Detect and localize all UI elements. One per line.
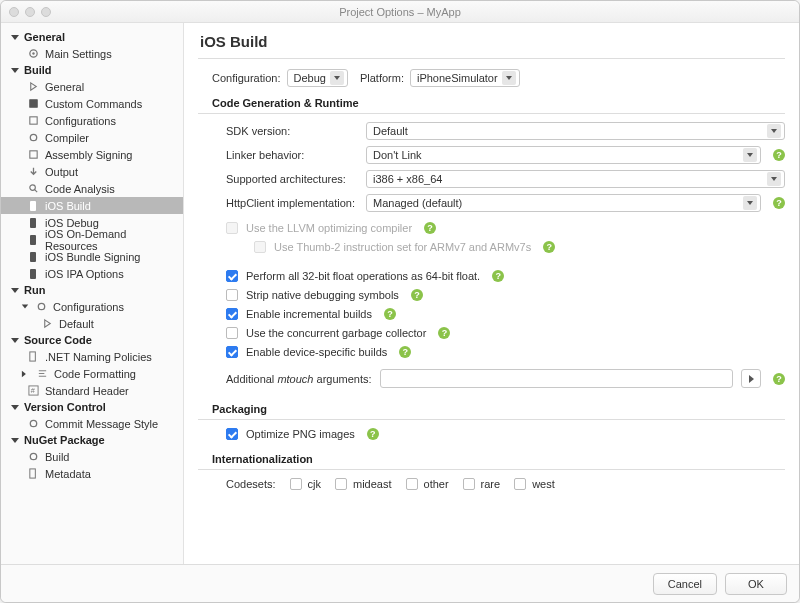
http-select[interactable]: Managed (default) bbox=[366, 194, 761, 212]
sidebar-item-commit-style[interactable]: Commit Message Style bbox=[1, 415, 183, 432]
sidebar-item-standard-header[interactable]: #Standard Header bbox=[1, 382, 183, 399]
help-icon[interactable]: ? bbox=[773, 149, 785, 161]
sidebar-item-code-formatting[interactable]: Code Formatting bbox=[1, 365, 183, 382]
help-icon[interactable]: ? bbox=[773, 373, 785, 385]
sidebar-item-build-general[interactable]: General bbox=[1, 78, 183, 95]
sidebar-item-label: Default bbox=[59, 318, 94, 330]
device-checkbox[interactable] bbox=[226, 346, 238, 358]
sidebar-item-run-default[interactable]: Default bbox=[1, 315, 183, 332]
concurrent-checkbox[interactable] bbox=[226, 327, 238, 339]
sidebar-item-compiler[interactable]: Compiler bbox=[1, 129, 183, 146]
help-icon[interactable]: ? bbox=[399, 346, 411, 358]
ok-button[interactable]: OK bbox=[725, 573, 787, 595]
platform-select[interactable]: iPhoneSimulator bbox=[410, 69, 520, 87]
optimize-png-checkbox[interactable] bbox=[226, 428, 238, 440]
sidebar-group-build[interactable]: Build bbox=[1, 62, 183, 78]
group-label: Version Control bbox=[24, 401, 106, 413]
additional-args-label: Additional mtouch arguments: bbox=[226, 373, 372, 385]
sidebar-group-source[interactable]: Source Code bbox=[1, 332, 183, 348]
sidebar-group-general[interactable]: General bbox=[1, 29, 183, 45]
format-icon bbox=[36, 368, 48, 380]
configuration-select[interactable]: Debug bbox=[287, 69, 348, 87]
strip-checkbox[interactable] bbox=[226, 289, 238, 301]
doc-icon bbox=[27, 351, 39, 363]
optimize-png-row: Optimize PNG images ? bbox=[226, 428, 785, 440]
help-icon[interactable]: ? bbox=[367, 428, 379, 440]
sidebar-item-label: Standard Header bbox=[45, 385, 129, 397]
chevron-down-icon bbox=[502, 71, 516, 85]
svg-rect-8 bbox=[29, 352, 34, 361]
help-icon[interactable]: ? bbox=[773, 197, 785, 209]
linker-select[interactable]: Don't Link bbox=[366, 146, 761, 164]
sidebar-item-label: Commit Message Style bbox=[45, 418, 158, 430]
float32-label: Perform all 32-bit float operations as 6… bbox=[246, 270, 480, 282]
run-args-button[interactable] bbox=[741, 369, 761, 388]
content-panel: iOS Build Configuration: Debug Platform:… bbox=[184, 23, 799, 564]
help-icon[interactable]: ? bbox=[543, 241, 555, 253]
sidebar-item-nuget-metadata[interactable]: Metadata bbox=[1, 465, 183, 482]
help-icon[interactable]: ? bbox=[492, 270, 504, 282]
sidebar-item-ios-ondemand[interactable]: iOS On-Demand Resources bbox=[1, 231, 183, 248]
linker-row: Linker behavior: Don't Link ? bbox=[226, 146, 785, 164]
sidebar-item-label: Main Settings bbox=[45, 48, 112, 60]
sidebar-item-code-analysis[interactable]: Code Analysis bbox=[1, 180, 183, 197]
chevron-down-icon bbox=[22, 305, 28, 309]
sidebar-item-main-settings[interactable]: Main Settings bbox=[1, 45, 183, 62]
chevron-right-icon bbox=[22, 370, 29, 376]
sidebar-item-naming-policies[interactable]: .NET Naming Policies bbox=[1, 348, 183, 365]
codesets-row: Codesets: cjk mideast other rare west bbox=[226, 478, 785, 490]
sidebar-item-label: iOS On-Demand Resources bbox=[45, 228, 173, 252]
help-icon[interactable]: ? bbox=[438, 327, 450, 339]
sidebar-group-run[interactable]: Run bbox=[1, 282, 183, 298]
help-icon[interactable]: ? bbox=[424, 222, 436, 234]
sdk-value: Default bbox=[373, 125, 408, 137]
sidebar-item-label: Compiler bbox=[45, 132, 89, 144]
titlebar: Project Options – MyApp bbox=[1, 1, 799, 23]
cancel-button[interactable]: Cancel bbox=[653, 573, 717, 595]
arch-select[interactable]: i386 + x86_64 bbox=[366, 170, 785, 188]
box-icon bbox=[27, 149, 39, 161]
group-label: General bbox=[24, 31, 65, 43]
sidebar-item-output[interactable]: Output bbox=[1, 163, 183, 180]
linker-value: Don't Link bbox=[373, 149, 422, 161]
svg-text:#: # bbox=[30, 386, 35, 395]
sidebar-item-label: Output bbox=[45, 166, 78, 178]
sidebar-group-nuget[interactable]: NuGet Package bbox=[1, 432, 183, 448]
sidebar-group-version[interactable]: Version Control bbox=[1, 399, 183, 415]
sidebar-item-custom-commands[interactable]: Custom Commands bbox=[1, 95, 183, 112]
additional-args-input[interactable] bbox=[380, 369, 733, 388]
codeset-label: west bbox=[532, 478, 555, 490]
sidebar-item-label: iOS Bundle Signing bbox=[45, 251, 140, 263]
sdk-row: SDK version: Default bbox=[226, 122, 785, 140]
sidebar-item-assembly-signing[interactable]: Assembly Signing bbox=[1, 146, 183, 163]
sidebar-item-configurations[interactable]: Configurations bbox=[1, 112, 183, 129]
codeset-rare-checkbox[interactable] bbox=[463, 478, 475, 490]
section-codegen-title: Code Generation & Runtime bbox=[198, 97, 785, 114]
http-label: HttpClient implementation: bbox=[226, 197, 358, 209]
chevron-down-icon bbox=[767, 124, 781, 138]
chevron-down-icon bbox=[11, 405, 19, 410]
svg-point-3 bbox=[30, 134, 36, 140]
sidebar-item-ios-ipa[interactable]: iOS IPA Options bbox=[1, 265, 183, 282]
arch-value: i386 + x86_64 bbox=[373, 173, 442, 185]
concurrent-row: Use the concurrent garbage collector ? bbox=[226, 327, 785, 339]
incremental-checkbox[interactable] bbox=[226, 308, 238, 320]
sdk-select[interactable]: Default bbox=[366, 122, 785, 140]
codeset-cjk-checkbox[interactable] bbox=[290, 478, 302, 490]
svg-rect-4 bbox=[29, 151, 36, 158]
sidebar-item-run-configurations[interactable]: Configurations bbox=[1, 298, 183, 315]
device-row: Enable device-specific builds ? bbox=[226, 346, 785, 358]
svg-point-7 bbox=[38, 303, 44, 309]
thumb-row: Use Thumb-2 instruction set for ARMv7 an… bbox=[254, 241, 785, 253]
codeset-other-checkbox[interactable] bbox=[406, 478, 418, 490]
sidebar-item-ios-build[interactable]: iOS Build bbox=[1, 197, 183, 214]
sidebar-item-label: Code Analysis bbox=[45, 183, 115, 195]
codeset-west-checkbox[interactable] bbox=[514, 478, 526, 490]
float32-checkbox[interactable] bbox=[226, 270, 238, 282]
help-icon[interactable]: ? bbox=[384, 308, 396, 320]
sidebar-item-nuget-build[interactable]: Build bbox=[1, 448, 183, 465]
svg-point-15 bbox=[30, 453, 36, 459]
concurrent-label: Use the concurrent garbage collector bbox=[246, 327, 426, 339]
help-icon[interactable]: ? bbox=[411, 289, 423, 301]
codeset-mideast-checkbox[interactable] bbox=[335, 478, 347, 490]
